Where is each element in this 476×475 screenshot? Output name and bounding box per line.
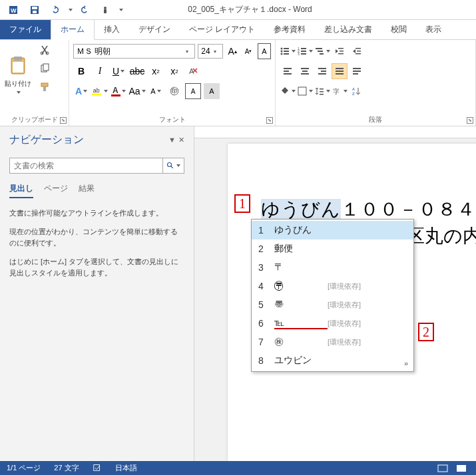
svg-rect-55 bbox=[353, 71, 361, 72]
tab-home[interactable]: ホーム bbox=[51, 19, 95, 40]
svg-rect-35 bbox=[320, 53, 324, 55]
phonetic-guide-icon[interactable]: A bbox=[258, 43, 271, 59]
change-case-icon[interactable]: Aa bbox=[129, 83, 145, 99]
touch-mode-icon[interactable] bbox=[96, 2, 115, 18]
undo-dropdown-icon[interactable] bbox=[65, 2, 75, 18]
character-scaling-icon[interactable]: A bbox=[148, 83, 164, 99]
asian-layout-icon[interactable]: 字 bbox=[332, 83, 348, 99]
format-painter-icon[interactable] bbox=[37, 80, 52, 94]
tab-review[interactable]: 校閲 bbox=[381, 20, 416, 39]
svg-rect-52 bbox=[336, 71, 344, 72]
copy-icon[interactable] bbox=[37, 61, 52, 76]
tab-layout[interactable]: ページ レイアウト bbox=[180, 20, 264, 39]
font-name-combo[interactable]: ＭＳ 明朝▾ bbox=[73, 44, 195, 59]
font-launcher-icon[interactable]: ⬊ bbox=[266, 117, 273, 124]
view-read-icon[interactable] bbox=[435, 462, 451, 474]
status-words[interactable]: 27 文字 bbox=[54, 463, 79, 473]
svg-point-64 bbox=[168, 163, 172, 167]
clear-formatting-icon[interactable]: A bbox=[185, 63, 201, 79]
nav-search-input[interactable] bbox=[9, 158, 163, 174]
qat-customize-icon[interactable] bbox=[116, 2, 125, 18]
ime-candidate-3[interactable]: 3〒 bbox=[252, 258, 413, 277]
cut-icon[interactable] bbox=[37, 43, 52, 57]
tab-insert[interactable]: 挿入 bbox=[95, 20, 129, 39]
character-border-icon[interactable]: A bbox=[185, 83, 201, 99]
ime-candidate-4[interactable]: 4〶[環境依存] bbox=[252, 277, 413, 295]
svg-point-23 bbox=[281, 51, 283, 53]
svg-text:ab: ab bbox=[93, 87, 100, 94]
shading-icon[interactable] bbox=[280, 83, 296, 99]
svg-rect-46 bbox=[302, 71, 308, 72]
bullets-icon[interactable] bbox=[280, 43, 296, 59]
svg-rect-22 bbox=[284, 48, 289, 49]
align-left-icon[interactable] bbox=[280, 63, 296, 79]
tab-design[interactable]: デザイン bbox=[129, 20, 180, 39]
font-color-icon[interactable]: A bbox=[111, 83, 126, 99]
strikethrough-button[interactable]: abc bbox=[129, 63, 145, 79]
nav-tab-headings[interactable]: 見出し bbox=[9, 183, 33, 198]
document-area: 1 ゆうびん１００－０８４４ 田区丸の内２－７ 1ゆうびん 2郵便 3〒 4〶[… bbox=[194, 126, 476, 461]
numbering-icon[interactable]: 123 bbox=[297, 43, 313, 59]
character-shading-icon[interactable]: A bbox=[204, 83, 220, 99]
svg-rect-26 bbox=[284, 53, 289, 55]
ime-expand-icon[interactable]: » bbox=[404, 359, 408, 367]
paragraph-launcher-icon[interactable]: ⬊ bbox=[467, 117, 473, 124]
bold-button[interactable]: B bbox=[73, 63, 89, 79]
svg-rect-32 bbox=[301, 53, 306, 55]
nav-dropdown-icon[interactable]: ▼ bbox=[168, 136, 176, 144]
underline-button[interactable]: U bbox=[111, 63, 126, 79]
tab-references[interactable]: 参考資料 bbox=[264, 20, 315, 39]
undo-icon[interactable] bbox=[45, 2, 64, 18]
svg-rect-40 bbox=[357, 51, 361, 52]
superscript-button[interactable]: x2 bbox=[166, 63, 182, 79]
line-spacing-icon[interactable] bbox=[314, 83, 330, 99]
align-justify-icon[interactable] bbox=[332, 63, 348, 79]
text-effects-icon[interactable]: A bbox=[73, 83, 89, 99]
paste-button[interactable]: 貼り付け bbox=[4, 43, 32, 106]
nav-tab-results[interactable]: 結果 bbox=[79, 183, 95, 198]
ime-candidate-2[interactable]: 2郵便 bbox=[252, 239, 413, 258]
subscript-button[interactable]: x2 bbox=[148, 63, 164, 79]
ime-candidate-7[interactable]: 7㊑[環境依存] bbox=[252, 333, 413, 351]
font-size-combo[interactable]: 24▾ bbox=[198, 44, 223, 59]
nav-tab-pages[interactable]: ページ bbox=[44, 183, 68, 198]
ime-candidate-5[interactable]: 5〠[環境依存] bbox=[252, 295, 413, 314]
nav-search-button[interactable] bbox=[163, 158, 184, 174]
svg-rect-14 bbox=[41, 83, 48, 86]
svg-rect-41 bbox=[356, 53, 361, 55]
ribbon-tabs: ファイル ホーム 挿入 デザイン ページ レイアウト 参考資料 差し込み文書 校… bbox=[0, 20, 476, 40]
sort-icon[interactable]: AZ bbox=[349, 83, 365, 99]
status-proofing-icon[interactable] bbox=[93, 463, 102, 474]
enclose-characters-icon[interactable]: ㊞ bbox=[166, 83, 182, 99]
nav-close-icon[interactable]: ✕ bbox=[178, 136, 184, 144]
tab-file[interactable]: ファイル bbox=[0, 20, 51, 39]
borders-icon[interactable] bbox=[297, 83, 313, 99]
view-print-icon[interactable] bbox=[453, 462, 469, 474]
grow-font-icon[interactable]: A▴ bbox=[226, 43, 239, 59]
redo-icon[interactable] bbox=[76, 2, 95, 18]
tab-mailings[interactable]: 差し込み文書 bbox=[315, 20, 381, 39]
ime-candidate-8[interactable]: 8ユウビン bbox=[252, 351, 413, 370]
svg-rect-9 bbox=[13, 62, 23, 73]
decrease-indent-icon[interactable] bbox=[332, 43, 348, 59]
increase-indent-icon[interactable] bbox=[349, 43, 365, 59]
status-language[interactable]: 日本語 bbox=[115, 463, 137, 473]
ime-candidate-1[interactable]: 1ゆうびん bbox=[252, 221, 413, 239]
clipboard-launcher-icon[interactable]: ⬊ bbox=[60, 117, 67, 124]
ime-candidate-6[interactable]: 6℡[環境依存] bbox=[252, 314, 413, 333]
highlight-icon[interactable]: ab bbox=[92, 83, 108, 99]
status-page[interactable]: 1/1 ページ bbox=[7, 463, 41, 473]
tab-view[interactable]: 表示 bbox=[416, 20, 451, 39]
multilevel-list-icon[interactable] bbox=[314, 43, 330, 59]
shrink-font-icon[interactable]: A▾ bbox=[242, 43, 255, 59]
align-right-icon[interactable] bbox=[314, 63, 330, 79]
ruler[interactable] bbox=[194, 126, 476, 138]
distribute-icon[interactable] bbox=[349, 63, 365, 79]
svg-rect-57 bbox=[298, 87, 306, 95]
align-center-icon[interactable] bbox=[297, 63, 313, 79]
svg-rect-54 bbox=[353, 68, 361, 69]
word-icon[interactable]: W bbox=[5, 2, 24, 18]
save-icon[interactable] bbox=[25, 2, 44, 18]
italic-button[interactable]: I bbox=[92, 63, 108, 79]
document-page[interactable]: 1 ゆうびん１００－０８４４ 田区丸の内２－７ 1ゆうびん 2郵便 3〒 4〶[… bbox=[228, 144, 476, 461]
